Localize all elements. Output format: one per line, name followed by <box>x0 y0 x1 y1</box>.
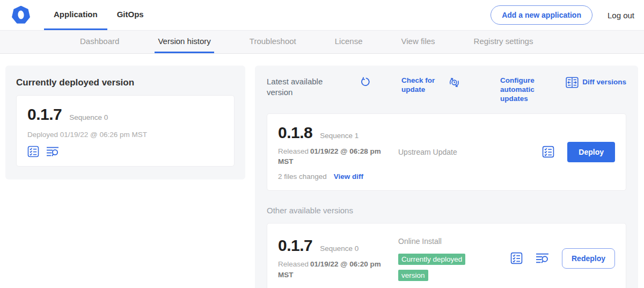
release-sequence: Sequence 0 <box>320 244 358 253</box>
check-for-update-label: Check for update <box>401 76 439 95</box>
subnav-registry-settings[interactable]: Registry settings <box>471 31 537 53</box>
release-source: Online Install Currently deployed versio… <box>398 236 488 284</box>
currently-deployed-badge: Currently deployed version <box>398 254 465 281</box>
configure-automatic-updates-label: Configure automatic updates <box>500 76 548 104</box>
other-versions-title: Other available versions <box>267 206 626 215</box>
currently-deployed-panel: Currently deployed version 0.1.7 Sequenc… <box>5 66 245 179</box>
current-version-card: 0.1.7 Sequence 0 Deployed 01/19/22 @ 06:… <box>16 95 235 167</box>
diff-versions-label: Diff versions <box>582 78 626 87</box>
release-actions: Deploy <box>542 142 615 162</box>
preflight-checklist-icon[interactable] <box>27 146 39 157</box>
release-actions: Redeploy <box>510 248 615 269</box>
check-for-update-link[interactable]: Check for update <box>360 76 449 95</box>
latest-header: Latest available version Check for updat… <box>267 76 626 104</box>
current-deployed-timestamp: Deployed 01/19/22 @ 06:26 pm MST <box>27 131 223 139</box>
release-card-0-1-7: 0.1.7 Sequence 0 Released01/19/22 @ 06:2… <box>267 223 626 288</box>
release-card-0-1-8: 0.1.8 Sequence 1 Released01/19/22 @ 06:2… <box>267 113 626 191</box>
current-version-row: 0.1.7 Sequence 0 <box>27 105 223 124</box>
files-changed-label: 2 files changed <box>278 172 327 181</box>
subnav-view-files[interactable]: View files <box>398 31 438 53</box>
top-nav: Application GitOps Add a new application… <box>0 0 644 30</box>
auto-update-clock-icon <box>449 77 496 88</box>
preflight-checklist-icon[interactable] <box>510 252 523 264</box>
release-timestamp: Released01/19/22 @ 06:28 pm MST <box>278 146 383 167</box>
release-sequence: Sequence 1 <box>320 132 358 140</box>
subnav-version-history[interactable]: Version history <box>155 31 214 53</box>
view-diff-link[interactable]: View diff <box>334 172 363 181</box>
subnav-troubleshoot[interactable]: Troubleshoot <box>246 31 299 53</box>
kots-logo-icon <box>12 6 30 24</box>
top-tabs: Application GitOps <box>44 0 153 30</box>
tab-gitops[interactable]: GitOps <box>107 0 153 30</box>
release-info: 0.1.8 Sequence 1 Released01/19/22 @ 06:2… <box>278 124 392 181</box>
sub-nav: Dashboard Version history Troubleshoot L… <box>0 30 644 54</box>
preflight-checklist-icon[interactable] <box>542 146 554 158</box>
current-version-sequence: Sequence 0 <box>69 113 108 121</box>
diff-versions-link[interactable]: Diff versions <box>566 76 626 88</box>
current-version-number: 0.1.7 <box>27 105 62 124</box>
top-nav-right: Add a new application Log out <box>491 5 634 25</box>
release-source: Upstream Update <box>398 147 457 157</box>
release-version-number: 0.1.7 <box>278 236 312 255</box>
subnav-dashboard[interactable]: Dashboard <box>77 31 122 53</box>
main-content: Currently deployed version 0.1.7 Sequenc… <box>0 54 644 288</box>
diff-versions-icon <box>566 77 579 88</box>
deploy-button[interactable]: Deploy <box>567 142 615 162</box>
logout-link[interactable]: Log out <box>608 11 634 20</box>
subnav-license[interactable]: License <box>332 31 366 53</box>
deploy-logs-icon[interactable] <box>46 146 59 157</box>
configure-automatic-updates-link[interactable]: Configure automatic updates <box>449 76 548 104</box>
current-version-actions <box>27 146 223 157</box>
redeploy-button[interactable]: Redeploy <box>562 248 615 269</box>
currently-deployed-title: Currently deployed version <box>16 77 235 88</box>
release-info: 0.1.7 Sequence 0 Released01/19/22 @ 06:2… <box>278 236 392 280</box>
latest-available-panel: Latest available version Check for updat… <box>255 66 638 288</box>
add-application-button[interactable]: Add a new application <box>491 5 592 25</box>
deploy-logs-icon[interactable] <box>536 252 549 264</box>
release-timestamp: Released01/19/22 @ 06:20 pm MST <box>278 259 383 280</box>
latest-available-title: Latest available version <box>267 76 338 98</box>
release-version-number: 0.1.8 <box>278 124 312 142</box>
refresh-icon <box>360 77 398 87</box>
tab-application[interactable]: Application <box>44 0 107 30</box>
